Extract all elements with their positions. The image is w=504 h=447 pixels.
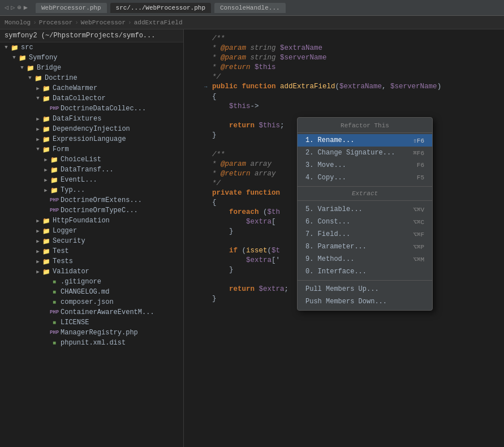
breadcrumb-part-1[interactable]: Processor (39, 19, 72, 26)
context-menu-label-move: 3. Move... (305, 161, 346, 169)
context-menu-item-field[interactable]: 7. Field... ⌥⌘F (298, 228, 432, 240)
title-bar: ◁ ▷ ⊕ ▶ WebProcessor.php src/.../WebProc… (0, 0, 504, 16)
arrow-bridge: ▼ (18, 65, 26, 71)
label-typ: Typ... (61, 186, 85, 194)
label-security: Security (53, 237, 85, 245)
label-test: Test (53, 247, 69, 255)
label-bridge: Bridge (37, 64, 61, 72)
tree-item-license[interactable]: ▶ ■ LICENSE (0, 317, 183, 328)
shortcut-method: ⌥⌘M (413, 256, 424, 263)
label-license: LICENSE (61, 319, 89, 326)
arrow-choicelist: ▶ (42, 157, 50, 163)
tree-item-composer[interactable]: ▶ ■ composer.json (0, 297, 183, 307)
tree-item-datacollector[interactable]: ▼ 📁 DataCollector (0, 93, 183, 104)
code-line-4: * @return $this (184, 63, 504, 72)
context-menu-item-parameter[interactable]: 8. Parameter... ⌥⌘P (298, 240, 432, 253)
shortcut-variable: ⌥⌘V (413, 206, 424, 213)
context-menu-item-change-signature[interactable]: 2. Change Signature... ⌘F6 (298, 147, 432, 159)
tree-item-security[interactable]: ▶ 📁 Security (0, 236, 183, 246)
context-menu-item-interface[interactable]: 0. Interface... (298, 265, 432, 278)
arrow-datatransf: ▶ (42, 167, 50, 173)
tab-webprocessor-src[interactable]: src/.../WebProcessor.php (110, 3, 211, 13)
arrow-exprlang: ▶ (34, 136, 42, 143)
breadcrumb: Monolog › Processor › WebProcessor › add… (0, 16, 504, 29)
tree-item-changelog[interactable]: ▶ ■ CHANGELOG.md (0, 287, 183, 297)
label-cachewarmer: CacheWarmer (53, 84, 97, 92)
title-bar-icons: ◁ ▷ ⊕ ▶ (5, 3, 28, 12)
shortcut-field: ⌥⌘F (413, 231, 424, 238)
tree-item-symfony[interactable]: ▼ 📁 Symfony (0, 53, 183, 63)
tree-item-test[interactable]: ▶ 📁 Test (0, 246, 183, 256)
run-icon[interactable]: ▶ (24, 3, 28, 12)
code-line-6: → public function addExtraField($extraNa… (184, 82, 504, 92)
breadcrumb-part-0[interactable]: Monolog (5, 19, 31, 26)
tree-item-typ[interactable]: ▶ 📁 Typ... (0, 185, 183, 195)
sidebar: symfony2 (~/PhpstormProjects/symfo... ▼ … (0, 29, 184, 447)
tree-item-exprlang[interactable]: ▶ 📁 ExpressionLanguage (0, 134, 183, 144)
label-doctrine: Doctrine (45, 74, 77, 82)
build-icon[interactable]: ⊕ (17, 3, 21, 12)
breadcrumb-part-2[interactable]: WebProcessor (81, 19, 126, 26)
php-icon-ca: PHP (50, 308, 59, 317)
tab-consolehandle[interactable]: ConsoleHandle... (214, 3, 286, 13)
code-line-7: { (184, 92, 504, 102)
context-menu-item-rename[interactable]: 1. Rename... ⇧F6 (298, 134, 432, 147)
folder-icon-cachewarmer: 📁 (42, 84, 51, 93)
context-menu-label-field: 7. Field... (305, 230, 350, 238)
tree-item-datatransf[interactable]: ▶ 📁 DataTransf... (0, 165, 183, 175)
context-menu-item-move[interactable]: 3. Move... F6 (298, 159, 432, 171)
tree-item-doctrineormextens[interactable]: ▶ PHP DoctrineOrmExtens... (0, 195, 183, 205)
context-menu-separator-1 (298, 186, 432, 187)
tree-item-src[interactable]: ▼ 📁 src (0, 42, 183, 53)
context-menu-item-variable[interactable]: 5. Variable... ⌥⌘V (298, 203, 432, 216)
tree-item-doctrine[interactable]: ▼ 📁 Doctrine (0, 73, 183, 83)
tree-item-cachewarmer[interactable]: ▶ 📁 CacheWarmer (0, 83, 183, 93)
code-line-8: $this-> (184, 102, 504, 111)
file-icon-composer: ■ (50, 298, 59, 307)
forward-icon[interactable]: ▷ (11, 3, 15, 12)
tree-item-validator[interactable]: ▶ 📁 Validator (0, 267, 183, 277)
tree-item-form[interactable]: ▼ 📁 Form (0, 144, 183, 154)
project-header: symfony2 (~/PhpstormProjects/symfo... (0, 29, 183, 42)
context-menu-label-method: 9. Method... (305, 255, 354, 263)
tree-item-logger[interactable]: ▶ 📁 Logger (0, 226, 183, 236)
tree-item-httpfoundation[interactable]: ▶ 📁 HttpFoundation (0, 216, 183, 226)
tree-item-managerregistry[interactable]: ▶ PHP ManagerRegistry.php (0, 328, 183, 338)
folder-icon-src: 📁 (10, 43, 19, 52)
back-icon[interactable]: ◁ (5, 3, 8, 12)
tree-item-datafixtures[interactable]: ▶ 📁 DataFixtures (0, 114, 183, 124)
tree-item-gitignore[interactable]: ▶ ■ .gitignore (0, 277, 183, 287)
tree-item-depinjection[interactable]: ▶ 📁 DependencyInjection (0, 124, 183, 134)
context-menu-item-const[interactable]: 6. Const... ⌥⌘C (298, 216, 432, 228)
tree-item-tests[interactable]: ▶ 📁 Tests (0, 256, 183, 267)
label-eventl: EventL... (61, 176, 97, 184)
label-choicelist: ChoiceList (61, 156, 101, 164)
folder-icon-security: 📁 (42, 237, 51, 246)
context-menu-label-parameter: 8. Parameter... (305, 243, 367, 251)
tree-item-containeraware[interactable]: ▶ PHP ContainerAwareEventM... (0, 307, 183, 317)
folder-icon-depinjection: 📁 (42, 124, 51, 134)
label-managerregistry: ManagerRegistry.php (61, 329, 138, 337)
tree-item-choicelist[interactable]: ▶ 📁 ChoiceList (0, 154, 183, 165)
context-menu: Refactor This 1. Rename... ⇧F6 2. Change… (297, 117, 433, 311)
arrow-datafixtures: ▶ (34, 116, 42, 122)
tree-item-phpunit[interactable]: ▶ ■ phpunit.xml.dist (0, 338, 183, 348)
tab-webprocessor[interactable]: WebProcessor.php (36, 3, 107, 13)
folder-icon-datatransf: 📁 (50, 165, 59, 174)
arrow-symfony: ▼ (10, 55, 18, 61)
tree-item-eventl[interactable]: ▶ 📁 EventL... (0, 175, 183, 185)
tree-item-doctrineormtypec[interactable]: ▶ PHP DoctrineOrmTypeC... (0, 205, 183, 216)
context-menu-item-method[interactable]: 9. Method... ⌥⌘M (298, 253, 432, 265)
context-menu-item-push-down[interactable]: Push Members Down... (298, 295, 432, 308)
label-form: Form (53, 145, 69, 153)
shortcut-parameter: ⌥⌘P (413, 243, 424, 251)
line-code-8: $this-> (212, 102, 504, 111)
folder-icon-validator: 📁 (42, 267, 51, 276)
tree-item-doctrinedatacollec[interactable]: ▶ PHP DoctrineDataCollec... (0, 104, 183, 114)
tree-item-bridge[interactable]: ▼ 📁 Bridge (0, 63, 183, 73)
arrow-src: ▼ (2, 45, 10, 50)
label-containeraware: ContainerAwareEventM... (61, 308, 154, 316)
context-menu-item-pull-up[interactable]: Pull Members Up... (298, 283, 432, 295)
breadcrumb-part-3[interactable]: addExtraField (134, 19, 183, 26)
context-menu-item-copy[interactable]: 4. Copy... F5 (298, 171, 432, 184)
